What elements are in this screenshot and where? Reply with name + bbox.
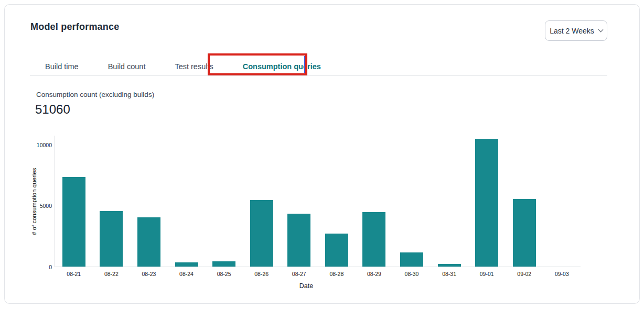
bar-09-01[interactable] xyxy=(475,139,498,267)
metric-label: Consumption count (excluding builds) xyxy=(36,91,154,98)
bar-slot-08-28: 08-28 xyxy=(318,136,356,267)
bar-slot-08-22: 08-22 xyxy=(93,136,131,267)
chevron-down-icon xyxy=(598,27,603,32)
bar-slot-08-23: 08-23 xyxy=(130,136,168,267)
page-title: Model performance xyxy=(30,21,119,32)
tab-divider xyxy=(30,75,607,76)
bar-slot-08-24: 08-24 xyxy=(168,136,206,267)
bar-08-21[interactable] xyxy=(62,177,85,267)
date-range-dropdown[interactable]: Last 2 Weeks xyxy=(545,20,607,41)
bar-slot-08-25: 08-25 xyxy=(205,136,243,267)
chart-plot: 08-2108-2208-2308-2408-2508-2608-2708-28… xyxy=(55,136,581,267)
x-axis-title: Date xyxy=(55,282,558,290)
bar-slot-08-29: 08-29 xyxy=(356,136,393,267)
bar-slot-08-21: 08-21 xyxy=(55,136,93,267)
bar-08-22[interactable] xyxy=(100,211,123,267)
y-tick-label-10000: 10000 xyxy=(37,141,52,149)
bar-08-23[interactable] xyxy=(137,217,160,267)
bar-08-25[interactable] xyxy=(212,261,235,267)
model-performance-card: Model performance Last 2 Weeks Build tim… xyxy=(4,4,640,304)
bar-08-28[interactable] xyxy=(325,234,348,267)
bar-08-26[interactable] xyxy=(250,200,273,267)
bar-slot-08-30: 08-30 xyxy=(393,136,431,267)
bar-09-02[interactable] xyxy=(513,199,536,267)
bar-08-24[interactable] xyxy=(175,262,198,267)
metric-value: 51060 xyxy=(35,102,70,117)
bar-08-31[interactable] xyxy=(438,264,461,267)
bar-slot-08-27: 08-27 xyxy=(280,136,318,267)
bar-08-27[interactable] xyxy=(287,214,310,267)
x-tick-label-09-03: 09-03 xyxy=(538,271,586,277)
tab-test-results[interactable]: Test results xyxy=(160,58,228,75)
y-tick-label-5000: 5000 xyxy=(40,202,52,209)
tab-bar: Build timeBuild countTest resultsConsump… xyxy=(30,58,336,75)
y-tick-label-0: 0 xyxy=(49,263,52,271)
date-range-label: Last 2 Weeks xyxy=(550,27,594,35)
y-axis-ticks: 0500010000 xyxy=(25,136,52,267)
tab-consumption-queries[interactable]: Consumption queries xyxy=(228,58,336,75)
bar-slot-08-26: 08-26 xyxy=(243,136,281,267)
bar-08-29[interactable] xyxy=(362,212,385,267)
bar-slot-09-02: 09-02 xyxy=(506,136,543,267)
tab-build-time[interactable]: Build time xyxy=(30,58,93,75)
bar-slot-08-31: 08-31 xyxy=(431,136,468,267)
bar-08-30[interactable] xyxy=(400,252,423,267)
tab-build-count[interactable]: Build count xyxy=(93,58,160,75)
bar-slot-09-03: 09-03 xyxy=(543,136,581,267)
bar-slot-09-01: 09-01 xyxy=(468,136,506,267)
